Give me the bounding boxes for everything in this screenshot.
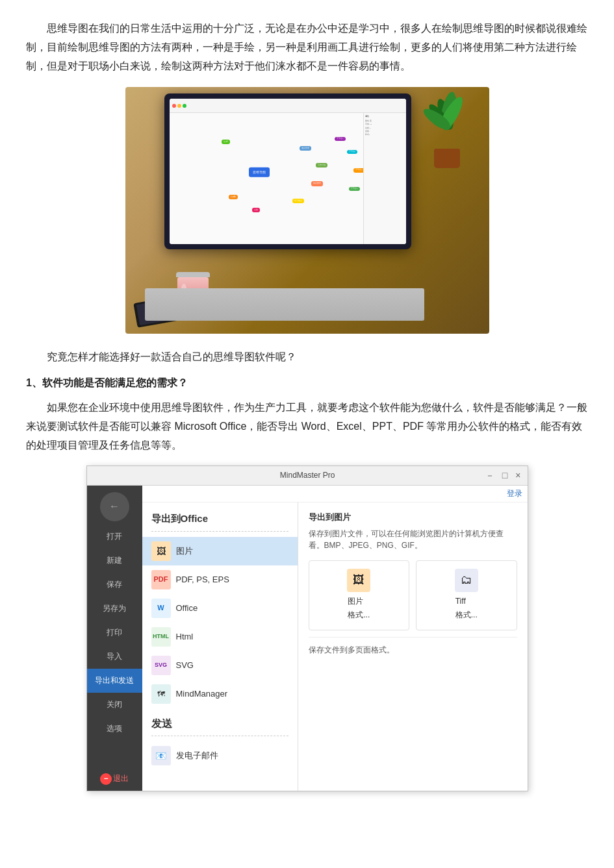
laptop-keyboard	[145, 288, 424, 321]
window-titlebar: MindMaster Pro － □ ×	[87, 466, 528, 486]
window-title: MindMaster Pro	[131, 469, 484, 482]
menu-item-email[interactable]: 📧 发电子邮件	[142, 741, 298, 770]
pdf-icon-symbol: PDF	[154, 573, 168, 586]
picture-export-label: 图片格式...	[348, 595, 370, 622]
right-panel-title: 导出到图片	[309, 510, 517, 525]
pdf-menu-label: PDF, PS, EPS	[176, 573, 229, 588]
mindmanager-menu-icon: 🗺	[151, 684, 171, 704]
exit-icon: －	[100, 773, 112, 785]
laptop-screen: 思维导图 项目管理 工作计划 知识整理 学习笔记 任务1 分类A 主题 子节点1…	[170, 99, 406, 244]
laptop-image-container: 思维导图 项目管理 工作计划 知识整理 学习笔记 任务1 分类A 主题 子节点1…	[26, 87, 588, 334]
pdf-menu-icon: PDF	[151, 570, 171, 589]
right-divider	[309, 637, 517, 638]
export-section-title: 导出到Office	[142, 502, 298, 531]
html-menu-icon: HTML	[151, 627, 171, 647]
email-menu-icon: 📧	[151, 746, 171, 765]
html-menu-label: Html	[176, 630, 194, 645]
sidebar-logo: ←	[100, 492, 129, 521]
section1-title: 1、软件功能是否能满足您的需求？	[26, 374, 588, 392]
sidebar-item-new[interactable]: 新建	[87, 549, 142, 573]
sidebar-item-options[interactable]: 选项	[87, 717, 142, 741]
html-icon-symbol: HTML	[153, 632, 169, 642]
export-item-tiff[interactable]: 🗂 Tiff格式...	[416, 560, 517, 630]
menu-item-svg[interactable]: SVG SVG	[142, 651, 298, 680]
export-grid: 🖼 图片格式... 🗂 Tiff格式...	[309, 560, 517, 630]
divider2	[151, 736, 288, 736]
office-menu-label: Office	[176, 601, 198, 616]
intro-paragraph: 思维导图在我们的日常生活中运用的十分广泛，无论是在办公中还是学习中，很多人在绘制…	[26, 19, 588, 75]
sidebar-item-close[interactable]: 关闭	[87, 693, 142, 717]
tiff-export-icon: 🗂	[455, 569, 478, 592]
tiff-icon-symbol: 🗂	[461, 570, 472, 591]
sidebar-item-import[interactable]: 导入	[87, 645, 142, 669]
win-main: 登录 导出到Office 🖼 图片	[142, 486, 528, 791]
image-icon-symbol: 🖼	[157, 543, 166, 560]
export-item-picture[interactable]: 🖼 图片格式...	[309, 560, 410, 630]
send-section-title: 发送	[142, 708, 298, 736]
svg-menu-label: SVG	[176, 658, 194, 673]
right-panel-desc: 保存到图片文件，可以在任何能浏览图片的计算机方便查看。BMP、JPEG、PNG、…	[309, 528, 517, 551]
sidebar-item-saveas[interactable]: 另存为	[87, 597, 142, 621]
laptop-image: 思维导图 项目管理 工作计划 知识整理 学习笔记 任务1 分类A 主题 子节点1…	[125, 87, 489, 334]
win-topbar: 登录	[142, 486, 528, 502]
svg-icon-symbol: SVG	[155, 660, 167, 671]
mindmanager-menu-label: MindManager	[176, 687, 228, 702]
win-content: 导出到Office 🖼 图片 PDF PDF, PS,	[142, 502, 528, 791]
svg-menu-icon: SVG	[151, 656, 171, 675]
menu-item-html[interactable]: HTML Html	[142, 623, 298, 651]
email-menu-label: 发电子邮件	[176, 749, 218, 763]
win-sidebar: ← 打开 新建 保存 另存为 打印 导入 导出和发送 关闭 选项 －退出	[87, 486, 142, 791]
win-left-panel: 导出到Office 🖼 图片 PDF PDF, PS,	[142, 502, 298, 791]
question-text: 究竟怎样才能选择好一款适合自己的思维导图软件呢？	[26, 348, 588, 366]
sidebar-item-export[interactable]: 导出和发送	[87, 669, 142, 693]
divider1	[151, 531, 288, 532]
plant-decoration	[424, 90, 470, 168]
close-button[interactable]: ×	[514, 471, 522, 480]
login-link[interactable]: 登录	[507, 487, 522, 501]
menu-item-pdf[interactable]: PDF PDF, PS, EPS	[142, 565, 298, 594]
app-window: MindMaster Pro － □ × ← 打开 新建 保存 另存为 打印 导…	[86, 465, 528, 791]
office-icon-symbol: W	[157, 602, 164, 614]
email-icon-symbol: 📧	[155, 748, 166, 764]
image-menu-icon: 🖼	[151, 541, 171, 561]
sidebar-item-open[interactable]: 打开	[87, 525, 142, 549]
menu-item-mindmanager[interactable]: 🗺 MindManager	[142, 680, 298, 708]
window-controls[interactable]: － □ ×	[484, 471, 522, 480]
picture-export-icon: 🖼	[347, 569, 370, 592]
sidebar-item-exit[interactable]: －退出	[87, 767, 142, 791]
menu-item-image[interactable]: 🖼 图片	[142, 537, 298, 565]
mindmanager-icon-symbol: 🗺	[157, 688, 165, 701]
mindmap-screen-content: 思维导图 项目管理 工作计划 知识整理 学习笔记 任务1 分类A 主题 子节点1…	[170, 99, 406, 244]
tiff-export-label: Tiff格式...	[455, 595, 478, 622]
win-right-panel: 导出到图片 保存到图片文件，可以在任何能浏览图片的计算机方便查看。BMP、JPE…	[298, 502, 528, 791]
sidebar-item-print[interactable]: 打印	[87, 621, 142, 645]
minimize-button[interactable]: －	[484, 471, 496, 480]
maximize-button[interactable]: □	[501, 471, 509, 480]
picture-icon-symbol: 🖼	[353, 570, 365, 591]
window-body: ← 打开 新建 保存 另存为 打印 导入 导出和发送 关闭 选项 －退出 登录	[87, 486, 528, 791]
office-menu-icon: W	[151, 599, 171, 618]
section1-body: 如果您在企业环境中使用思维导图软件，作为生产力工具，就要考虑这个软件能为您做什么…	[26, 399, 588, 454]
save-to-page-desc: 保存文件到多页面格式。	[309, 644, 517, 656]
image-menu-label: 图片	[176, 544, 193, 559]
sidebar-item-save[interactable]: 保存	[87, 573, 142, 597]
menu-item-office[interactable]: W Office	[142, 594, 298, 623]
